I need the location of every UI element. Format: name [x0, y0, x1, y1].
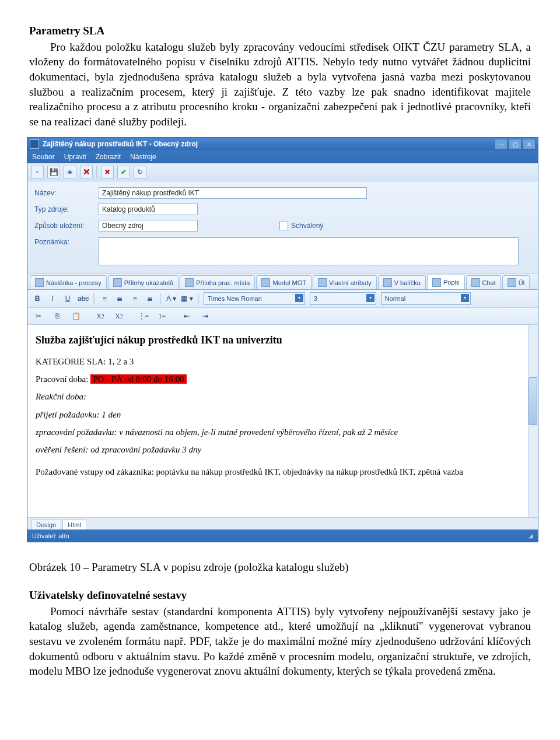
- align-center-button[interactable]: ≣: [114, 293, 125, 304]
- minimize-button[interactable]: —: [495, 139, 508, 149]
- doc-heading: Služba zajišťující nákup prostředků IKT …: [36, 333, 530, 347]
- superscript-button[interactable]: X2: [113, 310, 125, 322]
- statusbar: Uživatel: attn ◢: [27, 529, 538, 542]
- align-right-button[interactable]: ≡: [130, 293, 140, 304]
- heading-sestavy: Uživatelsky definovatelné sestavy: [29, 588, 531, 603]
- input-poznamka[interactable]: [99, 237, 519, 265]
- label-schvaleny: Schválený: [291, 221, 323, 230]
- design-html-tabs: Design Html: [27, 517, 538, 529]
- ok-icon[interactable]: ✔: [117, 166, 130, 178]
- sep: [160, 293, 161, 304]
- sep: [93, 293, 94, 304]
- doc-reaction-1: přijetí požadavku: 1 den: [36, 409, 530, 420]
- highlight-button[interactable]: ▦ ▾: [181, 293, 192, 304]
- bullets-button[interactable]: ⋮≡: [137, 310, 150, 322]
- input-zpusob[interactable]: [99, 220, 198, 232]
- chevron-down-icon: ▾: [461, 294, 469, 302]
- tab-popis[interactable]: Popis: [427, 275, 465, 289]
- font-color-button[interactable]: A ▾: [166, 293, 176, 304]
- italic-button[interactable]: I: [47, 293, 58, 304]
- rte-toolbar-1: B I U abc ≡ ≣ ≡ ≣ A ▾ ▦ ▾ Times New Roma…: [27, 290, 538, 308]
- font-select[interactable]: Times New Roman▾: [204, 292, 305, 305]
- label-zpusob: Způsob uložení:: [34, 221, 99, 230]
- tab-chat[interactable]: Chat: [466, 275, 501, 289]
- status-user: Uživatel: attn: [32, 532, 69, 541]
- label-poznamka: Poznámka:: [34, 237, 99, 247]
- underline-button[interactable]: U: [62, 293, 73, 304]
- package-icon: [383, 278, 392, 287]
- editor-scrollbar[interactable]: [528, 325, 538, 517]
- style-select[interactable]: Normal▾: [381, 292, 471, 305]
- menubar: Soubor Upravit Zobrazit Nástroje: [27, 150, 538, 163]
- doc-worktime: Pracovní doba: PO - PÁ od 8:00 do 16:00: [36, 373, 530, 385]
- person-icon: [185, 278, 194, 287]
- new-icon[interactable]: ▫: [31, 166, 44, 178]
- indent-button[interactable]: ⇥: [199, 310, 212, 322]
- tab-nastenka[interactable]: Nástěnka - procesy: [30, 275, 107, 289]
- bold-button[interactable]: B: [32, 293, 43, 304]
- chevron-down-icon: ▾: [295, 294, 303, 302]
- tab-prilohy[interactable]: Přílohy ukazatelů: [108, 275, 178, 289]
- label-nazev: Název:: [34, 188, 99, 198]
- editor-area[interactable]: Služba zajišťující nákup prostředků IKT …: [27, 325, 538, 517]
- menu-zobrazit[interactable]: Zobrazit: [96, 152, 121, 162]
- subscript-button[interactable]: X2: [94, 310, 107, 322]
- doc-reaction-3: ověření řešení: od zpracování požadavku …: [36, 444, 530, 455]
- heading-parametry: Parametry SLA: [29, 23, 531, 38]
- figure-caption: Obrázek 10 – Parametry SLA v popisu zdro…: [29, 560, 531, 575]
- attr-icon: [318, 278, 327, 287]
- copy-button[interactable]: ⎘: [51, 310, 64, 322]
- numbering-button[interactable]: 1≡: [156, 310, 169, 322]
- paste-button[interactable]: 📋: [69, 310, 82, 322]
- outdent-button[interactable]: ⇤: [180, 310, 193, 322]
- minitab-html[interactable]: Html: [62, 520, 86, 530]
- menu-upravit[interactable]: Upravit: [64, 152, 86, 162]
- chat-icon: [471, 278, 480, 287]
- rte-toolbar-2: ✂ ⎘ 📋 X2 X2 ⋮≡ 1≡ ⇤ ⇥: [27, 308, 538, 325]
- paragraph-2: Pomocí návrháře sestav (standardní kompo…: [29, 604, 531, 679]
- minitab-design[interactable]: Design: [31, 520, 61, 530]
- attach-icon: [113, 278, 122, 287]
- board-icon: [35, 278, 44, 287]
- align-justify-button[interactable]: ≣: [145, 293, 155, 304]
- app-window: Zajištěný nákup prostředků IKT - Obecný …: [27, 137, 538, 542]
- input-typ[interactable]: [99, 204, 198, 215]
- checkbox-schvaleny[interactable]: [279, 222, 288, 230]
- tab-balicek[interactable]: V balíčku: [378, 275, 426, 289]
- toolbar: ▫ 💾 ⩩ 🗙 ✖ ✔ ↻: [27, 163, 538, 181]
- doc-category: KATEGORIE SLA: 1, 2 a 3: [36, 356, 530, 367]
- resize-gripper-icon[interactable]: ◢: [528, 532, 533, 540]
- saveall-icon[interactable]: ⩩: [64, 166, 76, 178]
- tab-ul[interactable]: Úl: [502, 275, 530, 289]
- menu-nastroje[interactable]: Nástroje: [130, 152, 156, 162]
- window-title: Zajištěný nákup prostředků IKT - Obecný …: [43, 139, 495, 149]
- delete-icon[interactable]: 🗙: [80, 166, 93, 178]
- cancel-icon[interactable]: ✖: [101, 166, 114, 178]
- chevron-down-icon: ▾: [366, 294, 374, 302]
- module-icon: [261, 278, 270, 287]
- input-nazev[interactable]: [99, 187, 367, 199]
- doc-inputs: Požadované vstupy od zákazníka: poptávku…: [36, 466, 530, 478]
- more-icon: [508, 278, 516, 287]
- save-icon[interactable]: 💾: [47, 166, 60, 178]
- close-button[interactable]: ✕: [523, 139, 536, 149]
- window-buttons: — ▢ ✕: [495, 139, 536, 149]
- tabstrip: Nástěnka - procesy Přílohy ukazatelů Pří…: [27, 274, 538, 290]
- label-typ: Typ zdroje:: [34, 205, 99, 214]
- tab-mot[interactable]: Modul MOT: [256, 275, 311, 289]
- align-left-button[interactable]: ≡: [99, 293, 110, 304]
- note-icon: [432, 278, 441, 287]
- titlebar[interactable]: Zajištěný nákup prostředků IKT - Obecný …: [27, 138, 538, 150]
- menu-soubor[interactable]: Soubor: [32, 152, 55, 162]
- strike-button[interactable]: abc: [78, 293, 89, 304]
- doc-worktime-label: Pracovní doba:: [36, 374, 90, 384]
- cut-button[interactable]: ✂: [32, 310, 45, 322]
- maximize-button[interactable]: ▢: [509, 139, 522, 149]
- tab-vlastni[interactable]: Vlastní atributy: [313, 275, 377, 289]
- refresh-icon[interactable]: ↻: [134, 166, 146, 178]
- form-area: Název: Typ zdroje: Způsob uložení: Schvá…: [27, 181, 538, 274]
- scrollbar-thumb[interactable]: [528, 377, 537, 425]
- tab-priloha-prac[interactable]: Příloha prac. místa: [180, 275, 255, 289]
- doc-reaction-head: Reakční doba:: [36, 391, 530, 402]
- size-select[interactable]: 3▾: [310, 292, 376, 305]
